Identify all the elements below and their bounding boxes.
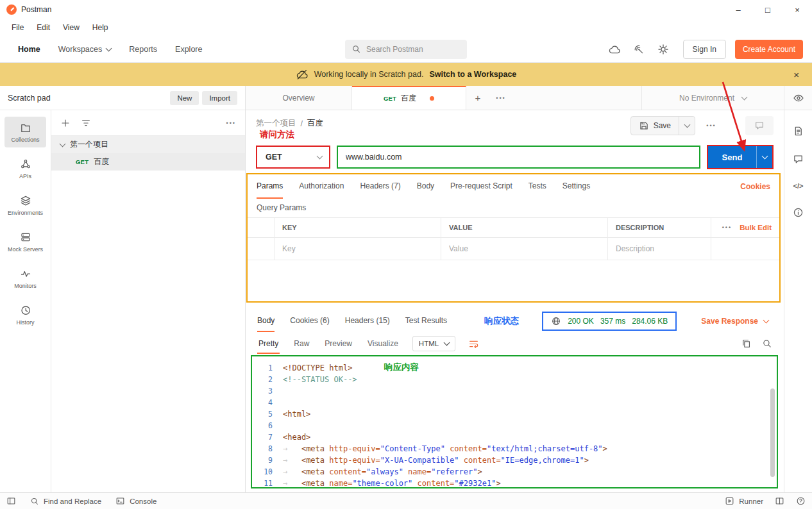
minimize-button[interactable]: – bbox=[723, 0, 753, 19]
capture-requests-icon bbox=[633, 44, 645, 55]
menu-view[interactable]: View bbox=[56, 23, 86, 32]
format-value: HTML bbox=[419, 340, 439, 347]
tab-overview[interactable]: Overview bbox=[246, 86, 352, 110]
param-value-input[interactable] bbox=[449, 244, 600, 253]
import-button[interactable]: Import bbox=[202, 91, 237, 105]
cookies-link[interactable]: Cookies bbox=[740, 174, 770, 199]
code-line: 10→ <meta content="always" name="referre… bbox=[252, 466, 777, 478]
maximize-button[interactable]: □ bbox=[753, 0, 782, 19]
response-time[interactable]: 357 ms bbox=[600, 317, 625, 326]
split-pane-button[interactable] bbox=[775, 496, 784, 506]
documentation-icon[interactable] bbox=[793, 126, 804, 137]
code-lines: 1<!DOCTYPE html>2<!--STATUS OK-->345<htm… bbox=[252, 362, 777, 488]
close-button[interactable]: × bbox=[782, 0, 812, 19]
menu-help[interactable]: Help bbox=[86, 23, 115, 32]
request-item[interactable]: GET 百度 bbox=[51, 153, 245, 171]
sync-button[interactable] bbox=[605, 40, 624, 59]
response-size[interactable]: 284.06 KB bbox=[632, 317, 668, 326]
code-line: 1<!DOCTYPE html> bbox=[252, 362, 777, 374]
environment-quick-look-button[interactable] bbox=[784, 86, 812, 110]
send-options-button[interactable] bbox=[756, 146, 772, 168]
filter-icon[interactable] bbox=[81, 118, 91, 128]
search-input[interactable] bbox=[366, 45, 456, 54]
rail-item-mock-servers[interactable]: Mock Servers bbox=[4, 226, 46, 257]
tab-response-body[interactable]: Body bbox=[257, 310, 275, 332]
tab-request-active[interactable]: GET 百度 bbox=[352, 86, 466, 110]
tab-headers[interactable]: Headers (7) bbox=[360, 174, 400, 199]
tab-body[interactable]: Body bbox=[417, 174, 434, 199]
column-value: VALUE bbox=[441, 218, 608, 237]
breadcrumb-request[interactable]: 百度 bbox=[307, 118, 323, 129]
save-response-button[interactable]: Save Response bbox=[701, 310, 768, 332]
send-button[interactable]: Send bbox=[708, 146, 756, 168]
content: Overview GET 百度 + ••• No Environment bbox=[246, 86, 812, 492]
toggle-sidebar-button[interactable] bbox=[6, 496, 16, 506]
menu-file[interactable]: File bbox=[5, 23, 30, 32]
eye-icon bbox=[793, 92, 804, 104]
tab-pre-request-script[interactable]: Pre-request Script bbox=[450, 174, 512, 199]
method-selector[interactable]: GET bbox=[256, 146, 330, 169]
collection-item[interactable]: 第一个项目 bbox=[51, 136, 245, 153]
wrap-text-icon[interactable] bbox=[468, 338, 479, 349]
global-search[interactable] bbox=[345, 40, 467, 59]
tab-authorization[interactable]: Authorization bbox=[299, 174, 344, 199]
mock-servers-icon bbox=[20, 231, 31, 243]
tab-response-headers[interactable]: Headers (15) bbox=[345, 310, 390, 332]
console-button[interactable]: Console bbox=[115, 496, 156, 506]
new-tab-button[interactable]: + bbox=[466, 86, 489, 110]
search-response-icon[interactable] bbox=[762, 338, 772, 349]
copy-icon[interactable] bbox=[741, 338, 752, 349]
save-button[interactable]: Save bbox=[630, 116, 695, 135]
view-preview[interactable]: Preview bbox=[323, 333, 353, 354]
params-more-icon[interactable]: ••• bbox=[722, 224, 732, 231]
scrollbar-thumb[interactable] bbox=[770, 388, 775, 477]
breadcrumb-collection[interactable]: 第一个项目 bbox=[256, 118, 296, 129]
comment-button[interactable] bbox=[745, 116, 774, 135]
nav-home[interactable]: Home bbox=[9, 36, 49, 62]
nav-reports[interactable]: Reports bbox=[120, 36, 166, 62]
add-collection-icon[interactable] bbox=[60, 118, 71, 128]
nav-explore[interactable]: Explore bbox=[166, 36, 211, 62]
status-code[interactable]: 200 OK bbox=[568, 317, 594, 326]
create-account-button[interactable]: Create Account bbox=[735, 40, 803, 59]
rail-item-environments[interactable]: Environments bbox=[4, 190, 46, 221]
view-pretty[interactable]: Pretty bbox=[257, 333, 280, 354]
code-snippet-icon[interactable]: </> bbox=[793, 182, 804, 190]
save-options-button[interactable] bbox=[679, 117, 695, 135]
banner-close-icon[interactable]: × bbox=[790, 63, 803, 86]
tab-settings[interactable]: Settings bbox=[562, 174, 590, 199]
response-body-viewer[interactable]: 1<!DOCTYPE html>2<!--STATUS OK-->345<htm… bbox=[251, 355, 778, 488]
bulk-edit-button[interactable]: Bulk Edit bbox=[740, 224, 772, 231]
param-key-input[interactable] bbox=[282, 244, 433, 253]
runner-button[interactable]: Runner bbox=[725, 496, 763, 506]
sign-in-button[interactable]: Sign In bbox=[683, 40, 726, 59]
rail-item-history[interactable]: History bbox=[4, 299, 46, 330]
environment-selector[interactable]: No Environment bbox=[641, 86, 784, 110]
help-button[interactable] bbox=[796, 496, 806, 506]
nav-workspaces[interactable]: Workspaces bbox=[49, 36, 121, 62]
new-button[interactable]: New bbox=[170, 91, 199, 105]
collections-more-icon[interactable]: ••• bbox=[226, 120, 236, 126]
tab-params[interactable]: Params bbox=[257, 174, 283, 199]
view-raw[interactable]: Raw bbox=[292, 333, 310, 354]
rail-item-apis[interactable]: APIs bbox=[4, 153, 46, 184]
view-visualize[interactable]: Visualize bbox=[366, 333, 400, 354]
format-selector[interactable]: HTML bbox=[412, 336, 455, 351]
column-description: DESCRIPTION bbox=[608, 218, 711, 237]
network-globe-icon bbox=[551, 316, 561, 326]
tab-test-results[interactable]: Test Results bbox=[405, 310, 447, 332]
tab-response-cookies[interactable]: Cookies (6) bbox=[290, 310, 329, 332]
comments-icon[interactable] bbox=[793, 154, 804, 165]
request-tabs: Params Authorization Headers (7) Body Pr… bbox=[248, 174, 779, 199]
rail-item-monitors[interactable]: Monitors bbox=[4, 263, 46, 294]
capture-button[interactable] bbox=[629, 40, 648, 59]
param-description-input[interactable] bbox=[616, 244, 703, 253]
menu-edit[interactable]: Edit bbox=[30, 23, 56, 32]
settings-button[interactable] bbox=[654, 40, 673, 59]
switch-workspace-link[interactable]: Switch to a Workspace bbox=[429, 70, 516, 79]
info-icon[interactable] bbox=[793, 207, 804, 218]
url-input[interactable] bbox=[338, 153, 699, 162]
rail-item-collections[interactable]: Collections bbox=[4, 117, 46, 147]
tab-tests[interactable]: Tests bbox=[529, 174, 546, 199]
find-and-replace-button[interactable]: Find and Replace bbox=[30, 497, 101, 506]
